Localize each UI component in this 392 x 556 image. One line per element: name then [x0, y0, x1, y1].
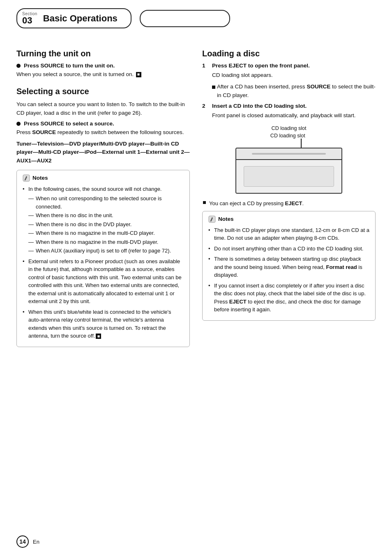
- step-2: 2 Insert a CD into the CD loading slot.: [202, 103, 376, 109]
- press-source-bold: SOURCE: [32, 129, 56, 135]
- diagram-label-text: CD loading slot: [272, 125, 307, 131]
- stop-icon-2: [96, 334, 101, 339]
- step-1-note: After a CD has been inserted, press SOUR…: [202, 83, 376, 100]
- step-1: 1 Press EJECT to open the front panel.: [202, 63, 376, 69]
- footer: 14 En: [16, 535, 39, 548]
- content-columns: Turning the unit on Press SOURCE to turn…: [16, 41, 376, 351]
- note-right-1: The built-in CD player plays one standar…: [208, 226, 369, 242]
- diagram-container: CD loading slot: [227, 133, 350, 194]
- sub-note-3: When there is no disc in the DVD player.: [28, 220, 184, 229]
- page: Section 03 Basic Operations Turning the …: [0, 0, 392, 556]
- notes-label-left: Notes: [32, 175, 48, 181]
- page-number: 14: [16, 535, 29, 548]
- sub-note-1: When no unit corresponding to the select…: [28, 195, 184, 211]
- notes-box-right: Notes The built-in CD player plays one s…: [202, 211, 376, 321]
- language-label: En: [33, 539, 39, 545]
- step-1-num: 1: [202, 63, 209, 69]
- note-item-1-text: In the following cases, the sound source…: [28, 186, 161, 192]
- turning-on-bullet-label: Press SOURCE to turn the unit on.: [24, 63, 115, 69]
- notes-header-left: Notes: [23, 174, 184, 182]
- eject-note-text: You can eject a CD by pressing EJECT.: [209, 199, 304, 208]
- note-item-2: External unit refers to a Pioneer produc…: [23, 257, 184, 306]
- cd-slot-diagram: CD loading slot CD loading slot: [202, 125, 376, 194]
- note-right-4: If you cannot insert a disc completely o…: [208, 282, 369, 314]
- selecting-source-bullet-label: Press SOURCE to select a source.: [24, 120, 114, 127]
- bullet-icon-2: [16, 122, 21, 126]
- diagram-inner-rect: [244, 166, 334, 187]
- sub-note-6: When AUX (auxiliary input) is set to off…: [28, 247, 184, 255]
- header-right-box: [140, 10, 230, 27]
- notes-box-left: Notes In the following cases, the sound …: [16, 170, 190, 347]
- stop-icon: [136, 72, 141, 77]
- press-source-pre: Press: [16, 129, 32, 135]
- note-sublist-1: When no unit corresponding to the select…: [28, 195, 184, 255]
- step-2-body: Front panel is closed automatically, and…: [202, 111, 376, 120]
- pencil-icon-right: [208, 215, 216, 223]
- loading-disc-heading: Loading a disc: [202, 49, 376, 58]
- step-1-note-text: After a CD has been inserted, press SOUR…: [217, 83, 376, 100]
- turning-on-heading: Turning the unit on: [16, 49, 190, 58]
- notes-list-right: The built-in CD player plays one standar…: [208, 226, 369, 314]
- note-item-3: When this unit's blue/white lead is conn…: [23, 308, 184, 340]
- svg-rect-1: [212, 86, 215, 89]
- diagram-label-row: CD loading slot: [272, 125, 307, 133]
- diagram-body: [236, 160, 341, 193]
- right-column: Loading a disc 1 Press EJECT to open the…: [202, 41, 376, 351]
- notes-label-right: Notes: [218, 216, 234, 222]
- step-1-bold: Press EJECT to open the front panel.: [212, 63, 310, 69]
- sub-note-4: When there is no magazine in the multi-C…: [28, 229, 184, 237]
- section-label-wrap: Section 03: [22, 12, 37, 25]
- section-box: Section 03 Basic Operations: [16, 8, 131, 28]
- sub-note-2: When there is no disc in the unit.: [28, 211, 184, 220]
- note-right-3: There is sometimes a delay between start…: [208, 255, 369, 279]
- selecting-source-bullet: Press SOURCE to select a source.: [16, 120, 190, 127]
- diagram-label-span: CD loading slot: [270, 133, 305, 139]
- selecting-source-intro: You can select a source you want to list…: [16, 100, 190, 117]
- diagram-device-box: [235, 148, 342, 194]
- step-1-body: CD loading slot appears.: [202, 71, 376, 79]
- note-item-1: In the following cases, the sound source…: [23, 185, 184, 255]
- turning-on-body-text: When you select a source, the unit is tu…: [16, 71, 134, 77]
- sub-note-5: When there is no magazine in the multi-D…: [28, 238, 184, 246]
- square-bullet: [203, 201, 206, 204]
- selecting-source-heading: Selecting a source: [16, 87, 190, 96]
- step-2-num: 2: [202, 103, 209, 109]
- step-1-content: Press EJECT to open the front panel.: [212, 63, 376, 69]
- press-source-after: repeatedly to switch between the followi…: [56, 129, 184, 135]
- diagram-vert-line: [301, 139, 302, 148]
- notes-list-left: In the following cases, the sound source…: [23, 185, 184, 340]
- step-2-content: Insert a CD into the CD loading slot.: [212, 103, 376, 109]
- step-2-bold: Insert a CD into the CD loading slot.: [212, 103, 307, 109]
- left-column: Turning the unit on Press SOURCE to turn…: [16, 41, 190, 351]
- diagram-slot-line: [252, 153, 326, 155]
- square-bullet-icon: [212, 86, 215, 89]
- section-num: 03: [22, 16, 32, 25]
- diagram-slot-area: [236, 148, 341, 160]
- note-right-2: Do not insert anything other than a CD i…: [208, 245, 369, 253]
- header: Section 03 Basic Operations: [16, 8, 376, 28]
- eject-note: You can eject a CD by pressing EJECT.: [202, 199, 376, 208]
- bullet-icon: [16, 64, 21, 68]
- section-title: Basic Operations: [43, 13, 118, 24]
- source-list: Tuner—Television—DVD player/Multi-DVD pl…: [16, 140, 190, 165]
- notes-header-right: Notes: [208, 215, 369, 223]
- pencil-icon: [23, 174, 30, 182]
- press-source-body: Press SOURCE repeatedly to switch betwee…: [16, 128, 190, 137]
- turning-on-body: When you select a source, the unit is tu…: [16, 70, 190, 79]
- turning-on-bullet: Press SOURCE to turn the unit on.: [16, 63, 190, 69]
